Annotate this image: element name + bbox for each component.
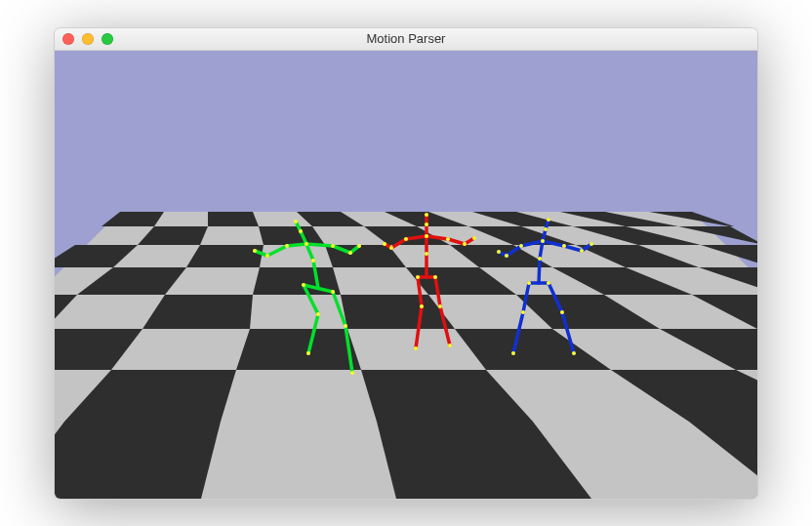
svg-point-96: [425, 223, 428, 226]
svg-point-95: [425, 234, 428, 238]
svg-point-69: [331, 244, 335, 248]
scene-canvas: [55, 51, 757, 499]
svg-point-131: [562, 244, 566, 248]
svg-point-65: [299, 229, 303, 233]
svg-point-102: [472, 236, 476, 240]
svg-point-70: [348, 251, 352, 255]
svg-point-59: [302, 283, 305, 287]
svg-point-72: [294, 220, 298, 223]
svg-point-88: [414, 346, 418, 350]
minimize-icon[interactable]: [82, 33, 94, 45]
svg-point-93: [433, 275, 437, 279]
svg-line-50: [287, 244, 306, 246]
svg-line-53: [306, 244, 333, 246]
svg-line-109: [539, 259, 540, 283]
svg-point-127: [544, 227, 548, 231]
zoom-icon[interactable]: [102, 33, 113, 45]
svg-point-103: [425, 213, 428, 217]
svg-marker-38: [55, 422, 221, 499]
svg-point-64: [304, 242, 308, 246]
svg-point-66: [285, 244, 289, 248]
svg-point-123: [560, 310, 564, 314]
app-window: Motion Parser: [54, 27, 758, 500]
svg-point-58: [316, 312, 320, 316]
svg-point-134: [547, 218, 550, 222]
svg-point-101: [463, 242, 467, 246]
floor: [55, 212, 757, 499]
viewport[interactable]: [55, 51, 757, 499]
svg-point-126: [541, 239, 545, 243]
svg-point-129: [505, 254, 508, 258]
svg-point-92: [438, 304, 442, 308]
svg-point-57: [306, 351, 310, 355]
svg-marker-2: [208, 212, 259, 226]
svg-point-125: [538, 257, 542, 261]
svg-point-130: [497, 250, 501, 254]
svg-point-68: [253, 249, 257, 253]
svg-point-67: [265, 254, 269, 258]
svg-point-98: [389, 246, 393, 250]
svg-point-62: [331, 290, 335, 294]
titlebar[interactable]: Motion Parser: [55, 28, 757, 51]
svg-point-97: [404, 237, 408, 241]
svg-point-119: [511, 351, 515, 355]
svg-point-124: [547, 281, 550, 285]
svg-point-90: [416, 275, 420, 279]
window-title: Motion Parser: [55, 31, 757, 46]
svg-point-121: [527, 281, 531, 285]
svg-marker-31: [236, 329, 361, 370]
window-controls: [62, 33, 113, 45]
svg-point-100: [446, 237, 450, 241]
svg-point-122: [572, 351, 576, 355]
svg-point-89: [420, 304, 424, 308]
svg-point-71: [357, 244, 361, 248]
svg-point-63: [311, 259, 315, 263]
svg-point-91: [448, 344, 452, 347]
close-icon[interactable]: [62, 33, 74, 45]
svg-point-132: [580, 249, 584, 253]
svg-point-94: [425, 252, 428, 256]
svg-point-120: [521, 310, 525, 314]
svg-point-133: [589, 242, 593, 246]
svg-point-99: [383, 242, 386, 246]
svg-point-60: [350, 371, 354, 375]
svg-point-128: [519, 244, 523, 248]
svg-point-61: [344, 324, 347, 328]
